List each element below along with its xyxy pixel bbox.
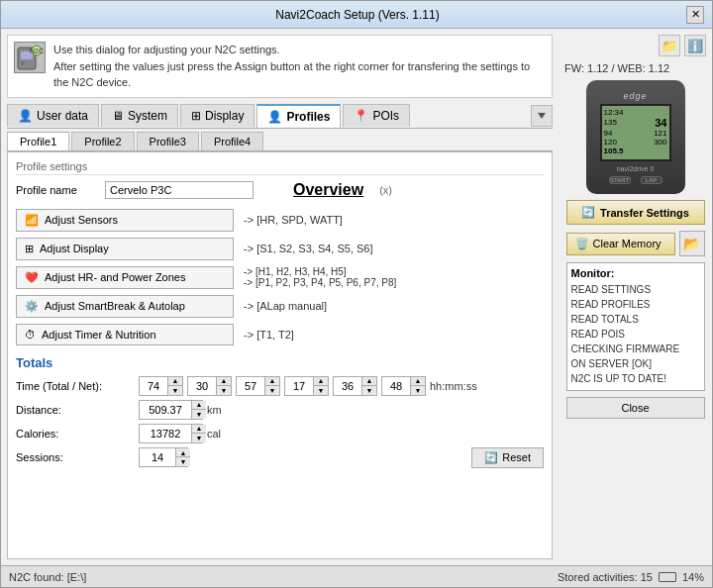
time-ss2-down[interactable]: ▼ [411,386,425,395]
adjust-sensors-row: 📶 Adjust Sensors -> [HR, SPD, WATT] [16,209,544,232]
time-hh-input[interactable]: ▲ ▼ [139,376,183,396]
sessions-down[interactable]: ▼ [176,457,190,466]
info-bar: N2C Use this dialog for adjusting your N… [7,35,553,98]
time-hh2-up[interactable]: ▲ [314,377,328,386]
time-ss2-input[interactable]: ▲ ▼ [381,376,426,396]
svg-rect-2 [21,61,25,65]
distance-row: Distance: ▲ ▼ km [16,400,544,420]
time-mm2-down[interactable]: ▼ [362,386,376,395]
profile-tab-4[interactable]: Profile4 [201,132,263,150]
device-start-btn: START [609,176,631,184]
sensors-icon: 📶 [25,214,39,227]
time-ss1-up[interactable]: ▲ [265,377,279,386]
time-mm1-input[interactable]: ▲ ▼ [187,376,232,396]
display-adj-icon: ⊞ [25,243,34,255]
distance-down[interactable]: ▼ [192,410,206,419]
clear-memory-button[interactable]: 🗑️ Clear Memory [566,233,675,255]
profile-tab-1[interactable]: Profile1 [7,132,69,150]
userdata-icon: 👤 [18,109,33,123]
device-screen: 12:34 13534 94121 120300 105.5 [600,104,671,161]
display-icon: ⊞ [191,109,201,123]
monitor-line-7: N2C IS UP TO DATE! [571,371,700,386]
folder-icon-button[interactable]: 📁 [659,35,680,56]
profile-content: Profile settings Profile name Overview (… [7,151,553,560]
calories-down[interactable]: ▼ [192,434,206,442]
fw-label: FW: 1.12 / WEB: 1.12 [564,62,669,74]
time-ss2-up[interactable]: ▲ [411,377,425,386]
battery-indicator [659,572,676,582]
tab-pois[interactable]: 📍 POIs [343,104,410,127]
calories-unit: cal [207,428,227,440]
close-window-button[interactable]: ✕ [686,6,704,24]
device-brand: navi2drive II [617,165,655,172]
stored-activities-label: Stored activities: 15 [558,571,653,583]
profile-tab-bar: Profile1 Profile2 Profile3 Profile4 [7,129,553,151]
svg-text:N2C: N2C [30,48,44,54]
adjust-smartbreak-button[interactable]: ⚙️ Adjust SmartBreak & Autolap [16,295,234,318]
adjust-hr-row: ❤️ Adjust HR- and Power Zones -> [H1, H2… [16,266,544,289]
nav-tab-bar: 👤 User data 🖥 System ⊞ Display 👤 Profile… [7,104,553,129]
clear-memory-row: 🗑️ Clear Memory 📂 [566,231,705,256]
time-mm2-input[interactable]: ▲ ▼ [333,376,377,396]
monitor-label: Monitor: [571,267,700,279]
monitor-line-1: READ SETTINGS [571,282,700,297]
tab-system[interactable]: 🖥 System [101,104,178,127]
calories-up[interactable]: ▲ [192,425,206,434]
time-mm1-up[interactable]: ▲ [217,377,231,386]
battery-pct-label: 14% [682,571,704,583]
info-icon-button[interactable]: ℹ️ [684,35,706,56]
monitor-line-4: READ POIS [571,327,700,342]
profile-name-input[interactable] [105,181,254,199]
adjust-hr-power-button[interactable]: ❤️ Adjust HR- and Power Zones [16,266,234,289]
distance-input[interactable]: ▲ ▼ [139,400,203,420]
timer-arrow-text: -> [T1, T2] [244,329,294,341]
sessions-input[interactable]: ▲ ▼ [139,447,188,467]
time-hh2-input[interactable]: ▲ ▼ [284,376,329,396]
tab-profiles[interactable]: 👤 Profiles [256,104,341,128]
distance-up[interactable]: ▲ [192,401,206,410]
adjust-sensors-button[interactable]: 📶 Adjust Sensors [16,209,234,232]
adjust-display-button[interactable]: ⊞ Adjust Display [16,238,234,260]
nav-dropdown-button[interactable] [531,105,553,127]
monitor-line-2: READ PROFILES [571,297,700,312]
folder-open-button[interactable]: 📂 [679,231,705,256]
calories-input[interactable]: ▲ ▼ [139,424,203,443]
time-hh-down[interactable]: ▼ [168,386,182,395]
sessions-row: Sessions: ▲ ▼ 🔄 Reset [16,447,544,468]
reset-button[interactable]: 🔄 Reset [471,447,544,468]
transfer-settings-button[interactable]: 🔄 Transfer Settings [566,200,705,225]
distance-label: Distance: [16,404,135,416]
sessions-up[interactable]: ▲ [176,448,190,457]
time-mm2-up[interactable]: ▲ [362,377,376,386]
time-ss1-down[interactable]: ▼ [265,386,279,395]
adjust-timer-button[interactable]: ⏱ Adjust Timer & Nutrition [16,324,234,345]
info-text-2: After setting the values just press the … [53,58,546,91]
title-bar: Navi2Coach Setup (Vers. 1.11) ✕ [1,1,712,29]
right-top-icons: 📁 ℹ️ [659,35,706,56]
monitor-text: READ SETTINGS READ PROFILES READ TOTALS … [571,282,700,386]
reset-icon: 🔄 [484,451,498,464]
monitor-line-3: READ TOTALS [571,312,700,327]
overview-link[interactable]: Overview [293,181,363,199]
device-image: edge 12:34 13534 94121 120300 105.5 navi… [586,80,685,194]
profiles-icon: 👤 [267,110,282,124]
totals-section: Totals Time (Total / Net): ▲ ▼ [16,355,544,468]
tab-display[interactable]: ⊞ Display [180,104,255,127]
timer-icon: ⏱ [25,329,36,341]
time-hh-up[interactable]: ▲ [168,377,182,386]
calories-label: Calories: [16,428,135,440]
time-ss1-input[interactable]: ▲ ▼ [236,376,280,396]
totals-title: Totals [16,355,544,370]
pois-icon: 📍 [354,109,368,123]
monitor-line-5: CHECKING FIRMWARE [571,342,700,356]
close-button[interactable]: Close [566,397,705,419]
time-mm1-down[interactable]: ▼ [217,386,231,395]
time-unit-label: hh:mm:ss [430,380,477,392]
system-icon: 🖥 [112,109,124,123]
profile-name-row: Profile name Overview (x) [16,181,544,199]
time-hh2-down[interactable]: ▼ [314,386,328,395]
tab-userdata[interactable]: 👤 User data [7,104,99,127]
profile-tab-3[interactable]: Profile3 [137,132,199,150]
clear-icon: 🗑️ [575,238,589,250]
profile-tab-2[interactable]: Profile2 [71,132,134,150]
